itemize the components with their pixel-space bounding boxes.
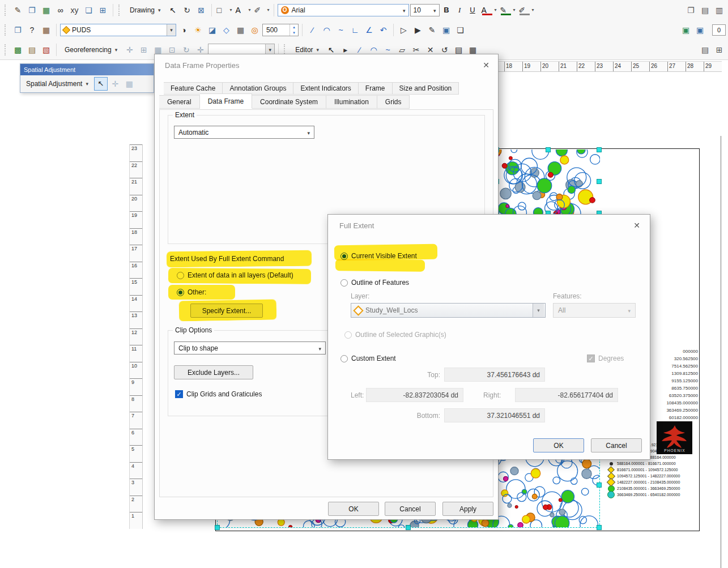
chevron-down-icon[interactable]	[628, 306, 631, 314]
toc-window-icon[interactable]: ▤	[699, 3, 712, 16]
add-control-points-icon[interactable]: ✛	[123, 43, 136, 56]
right-extent-field[interactable]: -82.656177404 dd	[515, 388, 618, 402]
thumbnail-green-icon[interactable]: ▣	[679, 23, 692, 36]
direction-tool-icon[interactable]: ▶	[411, 23, 424, 36]
tab-general[interactable]: General	[159, 95, 200, 109]
tab-grids[interactable]: Grids	[377, 95, 410, 109]
spatial-adjustment-menu[interactable]: Spatial Adjustment	[22, 78, 93, 89]
toolbox-icon[interactable]: ▧	[40, 43, 53, 56]
chevron-down-icon[interactable]	[403, 6, 406, 14]
selection-handle[interactable]	[597, 147, 602, 152]
scale-spinner[interactable]: 500	[262, 24, 299, 36]
checkbox-checked-icon[interactable]	[175, 390, 183, 398]
selection-handle[interactable]	[597, 525, 602, 530]
line-color-icon[interactable]: ✎	[499, 3, 516, 16]
viewer-window-icon[interactable]: ❏	[82, 3, 95, 16]
map-frame-top[interactable]	[496, 150, 600, 214]
top-extent-field[interactable]: 37.456176643 dd	[444, 368, 545, 382]
close-icon[interactable]	[480, 59, 492, 71]
drawing-menu[interactable]: Drawing	[125, 5, 165, 16]
selection-handle[interactable]	[406, 525, 411, 530]
adjustment-select-arrow-icon[interactable]	[94, 77, 108, 91]
italic-button[interactable]: I	[454, 4, 466, 16]
go-to-xy-icon[interactable]: xy	[68, 3, 81, 16]
tab-size-and-position[interactable]: Size and Position	[393, 82, 459, 95]
spin-up-icon[interactable]	[290, 24, 298, 30]
tab-coordinate-system[interactable]: Coordinate System	[252, 95, 326, 109]
radio-unchecked-icon[interactable]	[340, 355, 348, 362]
toolbar-drag-handle[interactable]	[5, 24, 8, 36]
ok-button[interactable]: OK	[533, 438, 584, 452]
tab-feature-cache[interactable]: Feature Cache	[164, 82, 223, 95]
brightness-icon[interactable]: ☀	[191, 23, 205, 36]
contrast-icon[interactable]: ◑	[177, 23, 190, 36]
tab-annotation-groups[interactable]: Annotation Groups	[223, 82, 293, 95]
overflow-icon[interactable]: ▥	[713, 3, 726, 16]
left-extent-field[interactable]: -82.837203054 dd	[366, 388, 463, 402]
chevron-down-icon[interactable]	[318, 344, 321, 352]
picture-element-icon[interactable]: ▣	[440, 23, 453, 36]
bottom-extent-field[interactable]: 37.321046551 dd	[444, 408, 545, 422]
right-angle-segment-icon[interactable]: ∟	[348, 23, 361, 36]
selection-handle[interactable]	[597, 179, 602, 184]
swatches-icon[interactable]: ▦	[40, 23, 53, 36]
tab-illumination[interactable]: Illumination	[326, 95, 377, 109]
find-binoculars-icon[interactable]: ∞	[54, 3, 67, 16]
toc-panel-icon[interactable]: ▤	[699, 43, 712, 56]
limit-adjustment-icon[interactable]: ▦	[123, 77, 136, 90]
selection-handle[interactable]	[546, 147, 551, 152]
midpoint-segment-icon[interactable]: ∠	[363, 23, 376, 36]
straight-segment-icon[interactable]: ∕	[306, 23, 319, 36]
zoom-to-selected-icon[interactable]: ⊠	[195, 3, 208, 16]
spatial-adjustment-titlebar[interactable]: Spatial Adjustment	[20, 64, 154, 75]
apply-button[interactable]: Apply	[442, 502, 493, 516]
font-size-combo[interactable]: 10	[410, 4, 440, 16]
map-document-icon[interactable]: ▩	[11, 43, 24, 56]
grid-panel-icon[interactable]: ⊞	[713, 43, 726, 56]
edit-tool-icon[interactable]: ✎	[11, 3, 24, 16]
raster-zoom-icon[interactable]: ◎	[248, 23, 261, 36]
toolbar-drag-handle[interactable]	[5, 5, 8, 16]
font-color-icon[interactable]: A	[480, 3, 497, 16]
thumbnail-blue-icon[interactable]: ▣	[693, 23, 706, 36]
custom-extent-option[interactable]: Custom Extent	[340, 355, 396, 362]
window-tile-icon[interactable]: ❐	[684, 3, 697, 16]
spinner-arrows[interactable]	[290, 24, 298, 36]
new-rectangle-icon[interactable]: □	[215, 3, 233, 16]
selection-handle[interactable]	[597, 482, 602, 488]
adjust-links-icon[interactable]: ✛	[109, 77, 122, 90]
trace-segment-icon[interactable]: ~	[334, 23, 347, 36]
extent-mode-combo[interactable]: Automatic	[174, 126, 314, 139]
overview-window-icon[interactable]: ❐	[11, 23, 24, 36]
bold-button[interactable]: B	[441, 4, 453, 16]
underline-button[interactable]: U	[467, 4, 479, 16]
tab-extent-indicators[interactable]: Extent Indicators	[293, 82, 358, 95]
magnifier-window-icon[interactable]: ⊞	[96, 3, 109, 16]
chevron-down-icon[interactable]	[167, 24, 176, 36]
cancel-button[interactable]: Cancel	[385, 502, 436, 516]
flicker-icon[interactable]: ◇	[220, 23, 233, 36]
toolbar-drag-handle[interactable]	[118, 5, 122, 16]
toolbar-drag-handle[interactable]	[5, 44, 8, 55]
layer-combo[interactable]: Study_Well_Locs	[351, 303, 546, 318]
outline-of-features-option[interactable]: Outline of Features	[340, 279, 409, 287]
arc-segment-icon[interactable]: ◠	[320, 23, 333, 36]
auto-register-icon[interactable]: ⊞	[137, 43, 150, 56]
cell-grid-icon[interactable]: ▦	[234, 23, 247, 36]
identify-help-icon[interactable]: ?	[25, 23, 39, 36]
chevron-down-icon[interactable]	[433, 6, 436, 14]
new-text-icon[interactable]: A	[234, 3, 252, 16]
radio-unchecked-icon[interactable]	[340, 279, 348, 287]
close-icon[interactable]	[631, 219, 643, 232]
sketch-pencil-icon[interactable]: ✎	[425, 23, 438, 36]
selection-handle[interactable]	[215, 525, 220, 530]
chevron-down-icon[interactable]	[307, 129, 310, 136]
proportion-tool-icon[interactable]: ▷	[397, 23, 410, 36]
image-layer-combo[interactable]: PUDS	[60, 24, 176, 36]
zero-field[interactable]: 0	[712, 24, 726, 36]
features-combo[interactable]: All	[553, 303, 636, 318]
tab-data-frame[interactable]: Data Frame	[200, 93, 252, 109]
exclude-layers-button[interactable]: Exclude Layers...	[174, 365, 253, 379]
clip-grids-option[interactable]: Clip Grids and Graticules	[175, 390, 262, 398]
frame-element-icon[interactable]: ❏	[454, 23, 467, 36]
